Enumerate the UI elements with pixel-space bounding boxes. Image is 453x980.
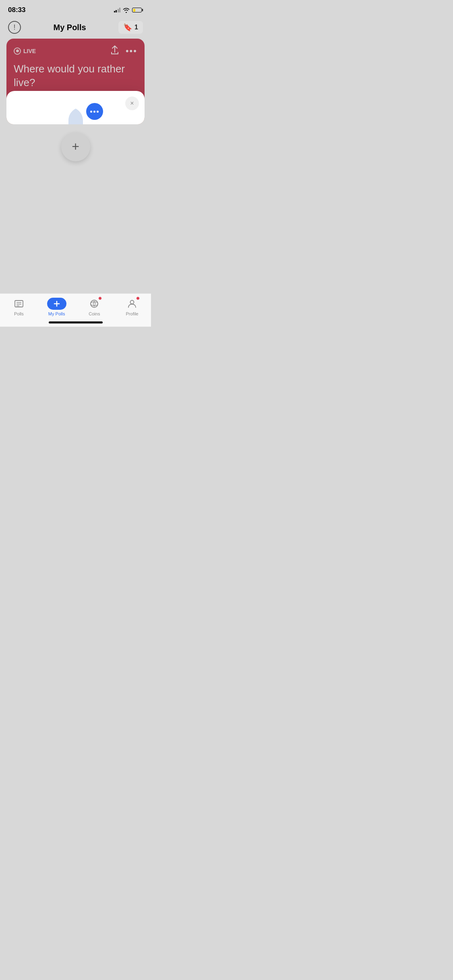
coins-icon — [88, 298, 100, 310]
battery-icon — [132, 8, 143, 12]
svg-point-9 — [130, 301, 134, 304]
polls-tab-label: Polls — [14, 311, 24, 316]
status-icons — [114, 8, 143, 13]
tab-profile[interactable]: Profile — [113, 298, 151, 316]
bell-notification-icon — [60, 105, 92, 124]
tab-my-polls[interactable]: My Polls — [38, 298, 76, 316]
profile-icon — [126, 298, 138, 310]
tab-coins[interactable]: Coins — [76, 298, 114, 316]
page-title: My Polls — [53, 23, 86, 32]
signal-icon — [114, 8, 121, 12]
coins-notification-dot — [98, 296, 102, 300]
home-indicator — [49, 321, 103, 323]
chat-dots — [90, 111, 99, 113]
profile-notification-dot — [136, 296, 140, 300]
my-polls-tab-label: My Polls — [48, 311, 65, 316]
badge-count: 1 — [134, 24, 138, 31]
status-time: 08:33 — [8, 6, 25, 14]
modal-overlay: × — [6, 39, 145, 124]
poll-card: LIVE ••• Where would you rather live? × — [6, 39, 145, 124]
bookmark-icon: 🔖 — [123, 23, 132, 32]
coins-tab-label: Coins — [89, 311, 100, 316]
my-polls-icon — [47, 298, 66, 310]
fab-container: + — [0, 132, 151, 161]
profile-tab-label: Profile — [126, 311, 139, 316]
notification-modal: × — [6, 91, 145, 124]
chat-bubble-icon — [86, 103, 103, 120]
create-poll-fab[interactable]: + — [61, 132, 90, 161]
status-bar: 08:33 — [0, 0, 151, 18]
tab-polls[interactable]: Polls — [0, 298, 38, 316]
nav-bar: ! My Polls 🔖 1 — [0, 18, 151, 39]
alert-icon[interactable]: ! — [8, 21, 21, 34]
bookmark-badge[interactable]: 🔖 1 — [118, 21, 143, 34]
modal-icon-area — [16, 103, 135, 124]
polls-icon — [13, 298, 25, 310]
svg-point-8 — [91, 302, 98, 306]
wifi-icon — [123, 8, 130, 13]
